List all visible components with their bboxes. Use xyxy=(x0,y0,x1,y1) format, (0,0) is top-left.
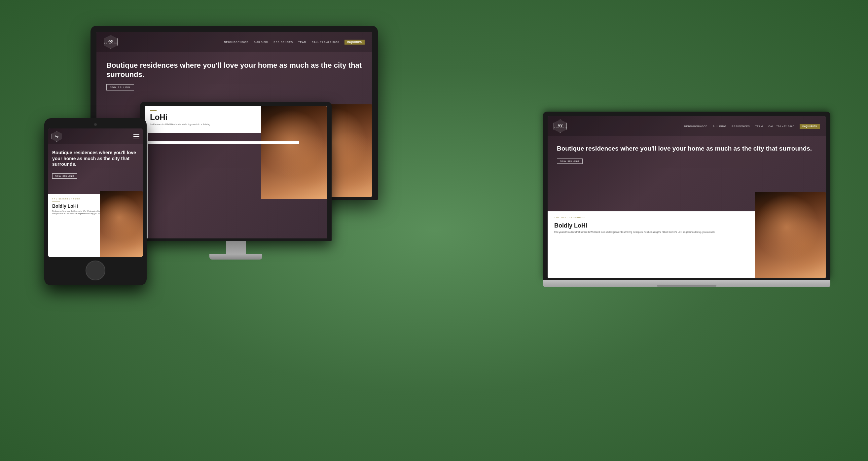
tablet-section-divider xyxy=(52,201,60,202)
imac-lohi-divider xyxy=(150,110,157,111)
monitor-hero: Boutique residences where you'll love yo… xyxy=(96,52,372,100)
laptop-white-bar xyxy=(548,211,755,214)
tablet-hamburger[interactable] xyxy=(133,134,140,139)
imac-website: LoHi that honors its Wild West roots whi… xyxy=(145,106,327,239)
imac-stand xyxy=(209,254,262,259)
tablet-body: ivy Boutique residences where you'll lov… xyxy=(44,118,147,285)
monitor-nav-inquiries[interactable]: INQUIRIES xyxy=(344,40,365,44)
tablet-white-bar xyxy=(48,194,100,196)
monitor-hero-title: Boutique residences where you'll love yo… xyxy=(106,61,362,79)
laptop-hero-title: Boutique residences where you'll love yo… xyxy=(557,145,816,153)
tablet-camera xyxy=(94,123,97,126)
laptop-photo xyxy=(755,192,826,278)
tablet-hero: Boutique residences where you'll love yo… xyxy=(48,145,143,184)
monitor-nav-links: NEIGHBORHOOD BUILDING RESIDENCES TEAM CA… xyxy=(224,40,365,44)
laptop-hero-btn[interactable]: NOW SELLING xyxy=(557,158,583,164)
tablet-hero-btn[interactable]: NOW SELLING xyxy=(52,173,77,179)
tablet-screen: ivy Boutique residences where you'll lov… xyxy=(48,128,143,257)
laptop-device: ivy RESIDENCES NEIGHBORHOOD BUILDING RES… xyxy=(543,112,830,287)
tablet-nav-links xyxy=(130,134,140,139)
laptop-nav-inquiries[interactable]: INQUIRIES xyxy=(800,124,820,129)
imac-bezel: LoHi that honors its Wild West roots whi… xyxy=(140,102,332,241)
laptop-nav-residences[interactable]: RESIDENCES xyxy=(732,125,750,127)
laptop-hero: Boutique residences where you'll love yo… xyxy=(548,137,826,172)
scene: ivy RESIDENCES NEIGHBORHOOD BUILDING RES… xyxy=(38,16,830,445)
laptop-screen: ivy RESIDENCES NEIGHBORHOOD BUILDING RES… xyxy=(548,116,826,278)
tablet-home-button[interactable] xyxy=(86,260,105,280)
imac-device: LoHi that honors its Wild West roots whi… xyxy=(140,102,332,259)
imac-photo-people xyxy=(261,106,327,199)
laptop-photo-people xyxy=(755,192,826,278)
monitor-logo-text: ivy RESIDENCES xyxy=(102,39,119,44)
tablet-device: ivy Boutique residences where you'll lov… xyxy=(44,118,147,285)
tablet-photo xyxy=(100,191,143,257)
monitor-nav-neighborhood[interactable]: NEIGHBORHOOD xyxy=(224,41,249,43)
laptop-nav-building[interactable]: BUILDING xyxy=(713,125,726,127)
tablet-logo: ivy xyxy=(52,131,62,142)
tablet-nav: ivy xyxy=(48,128,143,144)
laptop-website: ivy RESIDENCES NEIGHBORHOOD BUILDING RES… xyxy=(548,116,826,278)
tablet-hero-title: Boutique residences where you'll love yo… xyxy=(52,150,139,167)
laptop-base xyxy=(543,280,830,287)
laptop-nav: ivy RESIDENCES NEIGHBORHOOD BUILDING RES… xyxy=(548,116,826,136)
laptop-logo-text: ivy RESIDENCES xyxy=(553,123,568,128)
monitor-nav-team[interactable]: TEAM xyxy=(298,41,307,43)
monitor-hero-btn[interactable]: NOW SELLING xyxy=(106,84,134,91)
monitor-nav-building[interactable]: BUILDING xyxy=(254,41,268,43)
laptop-logo: ivy RESIDENCES xyxy=(554,120,567,133)
monitor-nav-phone[interactable]: CALL 720.422.3060 xyxy=(312,41,339,43)
laptop-nav-neighborhood[interactable]: NEIGHBORHOOD xyxy=(684,125,708,127)
imac-screen: LoHi that honors its Wild West roots whi… xyxy=(145,106,327,239)
monitor-nav-residences[interactable]: RESIDENCES xyxy=(274,41,293,43)
imac-neck xyxy=(226,241,246,254)
imac-photo xyxy=(261,106,327,199)
laptop-nav-phone[interactable]: CALL 720.422.3060 xyxy=(768,125,794,127)
tablet-photo-people xyxy=(100,191,143,257)
laptop-nav-links: NEIGHBORHOOD BUILDING RESIDENCES TEAM CA… xyxy=(684,124,820,129)
laptop-section-divider xyxy=(554,220,562,220)
monitor-nav: ivy RESIDENCES NEIGHBORHOOD BUILDING RES… xyxy=(96,32,372,52)
monitor-logo: ivy RESIDENCES xyxy=(104,35,118,49)
tablet-logo-text: ivy xyxy=(55,135,58,138)
laptop-bezel: ivy RESIDENCES NEIGHBORHOOD BUILDING RES… xyxy=(543,112,830,280)
tablet-website: ivy Boutique residences where you'll lov… xyxy=(48,128,143,257)
laptop-nav-team[interactable]: TEAM xyxy=(755,125,763,127)
